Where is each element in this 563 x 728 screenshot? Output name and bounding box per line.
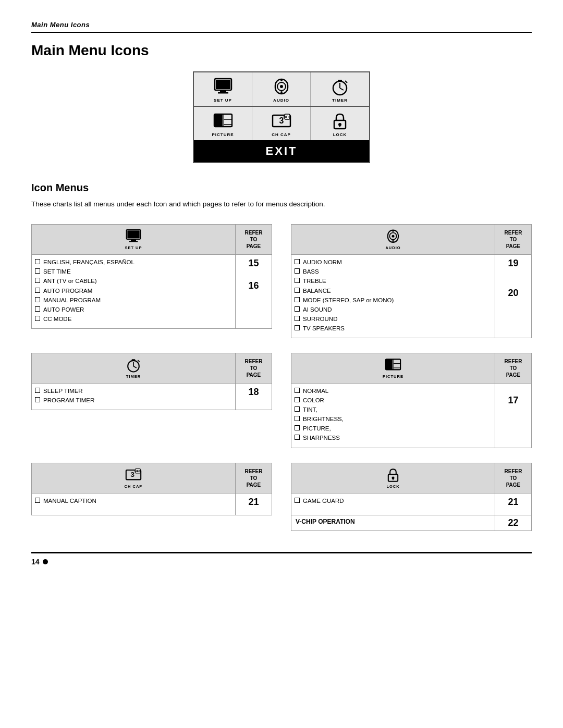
- setup-pages: 15 16: [235, 255, 272, 328]
- audio-header-label: AUDIO: [385, 245, 400, 250]
- checkbox: [295, 288, 300, 293]
- setup-items: ENGLISH, FRANÇAIS, ESPAÑOL SET TIME ANT …: [32, 255, 235, 328]
- vchip-label: V-CHIP OPERATION: [291, 515, 495, 530]
- bullet-dot: [43, 559, 48, 564]
- picture-header-row: PICTURE REFERTOPAGE: [291, 353, 531, 384]
- chcap-pages: 21: [235, 493, 272, 515]
- audio-header-icon: [384, 229, 402, 244]
- chcap-menu-table: 3 NEC CH CAP REFERTOPAGE MANUAL CAPTION: [31, 463, 272, 515]
- list-item: MANUAL CAPTION: [35, 497, 232, 505]
- svg-line-11: [340, 88, 344, 90]
- picture-items: NORMAL COLOR TINT, BRIGHTNESS, PICTURE, …: [291, 384, 495, 448]
- audio-pages: 19 20: [495, 255, 531, 338]
- page-entry: 19: [508, 258, 518, 269]
- lock-icon: [329, 112, 350, 131]
- page-container: Main Menu Icons Main Menu Icons SET UP: [0, 0, 563, 728]
- setup-refer-header: REFERTOPAGE: [235, 225, 272, 254]
- list-item: BASS: [295, 267, 492, 276]
- checkbox: [295, 259, 300, 264]
- audio-table: AUDIO REFERTOPAGE AUDIO NORM BASS TREBLE…: [291, 224, 532, 338]
- lock-icon-label: LOCK: [333, 132, 347, 137]
- list-item: PICTURE,: [295, 424, 492, 433]
- checkbox: [295, 435, 300, 440]
- picture-icon: [213, 112, 234, 131]
- top-rule: [31, 32, 532, 33]
- checkbox: [35, 316, 40, 321]
- page-entry: 21: [248, 497, 259, 508]
- checkbox: [35, 306, 40, 312]
- top-icons-row: SET UP AUDIO: [194, 72, 369, 107]
- picture-menu-table: PICTURE REFERTOPAGE NORMAL COLOR TINT, B…: [291, 353, 532, 448]
- svg-point-34: [392, 240, 394, 242]
- audio-refer-header: REFERTOPAGE: [495, 225, 531, 254]
- audio-menu-table: AUDIO REFERTOPAGE AUDIO NORM BASS TREBLE…: [291, 224, 532, 338]
- vchip-page: 22: [495, 515, 531, 530]
- timer-menu-table: TIMER REFERTOPAGE SLEEP TIMER PROGRAM TI…: [31, 353, 272, 410]
- audio-icon-label: AUDIO: [273, 98, 289, 103]
- checkbox: [295, 306, 300, 312]
- chcap-refer-header: REFERTOPAGE: [235, 463, 272, 493]
- checkbox: [295, 498, 300, 503]
- list-item: AUTO PROGRAM: [35, 287, 232, 295]
- bottom-page-number: 14: [31, 558, 40, 566]
- svg-rect-38: [132, 359, 136, 361]
- checkbox: [295, 316, 300, 321]
- breadcrumb: Main Menu Icons: [31, 21, 532, 29]
- page-entry: 18: [248, 387, 259, 398]
- lock-header-icon: [384, 467, 402, 483]
- picture-icon-label: PICTURE: [212, 132, 234, 137]
- lock-table: LOCK REFERTOPAGE GAME GUARD 21 V-CHIP: [291, 463, 532, 531]
- list-item: TREBLE: [295, 277, 492, 285]
- timer-header-label: TIMER: [126, 374, 141, 379]
- checkbox: [35, 268, 40, 274]
- clock-icon: [329, 78, 350, 96]
- checkbox: [35, 278, 40, 283]
- section-desc: These charts list all menus under each I…: [31, 199, 532, 209]
- list-item: TINT,: [295, 405, 492, 414]
- svg-point-6: [280, 85, 283, 88]
- picture-header-icon: [384, 357, 402, 373]
- checkbox: [35, 498, 40, 503]
- timer-icon-header: TIMER: [32, 353, 235, 383]
- setup-header-row: SET UP REFERTOPAGE: [32, 225, 272, 255]
- timer-pages: 18: [235, 384, 272, 410]
- page-entry: 15: [248, 258, 259, 269]
- chcap-header-icon: 3 NEC: [124, 467, 143, 483]
- lock-content: GAME GUARD 21: [291, 493, 531, 515]
- page-entry: 16: [248, 280, 259, 291]
- chcap-table: 3 NEC CH CAP REFERTOPAGE MANUAL CAPTION: [31, 463, 272, 531]
- page-entry: 21: [508, 497, 518, 508]
- lock-header-row: LOCK REFERTOPAGE: [291, 463, 531, 493]
- setup-content: ENGLISH, FRANÇAIS, ESPAÑOL SET TIME ANT …: [32, 255, 272, 328]
- list-item: NORMAL: [295, 387, 492, 395]
- chcap-items: MANUAL CAPTION: [32, 493, 235, 515]
- list-item: GAME GUARD: [295, 497, 492, 505]
- lock-pages: 21: [495, 493, 531, 515]
- setup-icon-cell: SET UP: [194, 72, 252, 106]
- setup-icon-header: SET UP: [32, 225, 235, 254]
- audio-header-row: AUDIO REFERTOPAGE: [291, 225, 531, 255]
- menu-icons-box: SET UP AUDIO: [193, 71, 370, 163]
- lock-items: GAME GUARD: [291, 493, 495, 515]
- chcap-icon-label: CH CAP: [272, 132, 291, 137]
- picture-header-label: PICTURE: [383, 374, 403, 379]
- checkbox: [35, 397, 40, 402]
- checkbox: [295, 388, 300, 393]
- setup-header-label: SET UP: [125, 245, 142, 250]
- timer-content: SLEEP TIMER PROGRAM TIMER 18: [32, 384, 272, 410]
- list-item: SHARPNESS: [295, 434, 492, 442]
- svg-point-32: [392, 235, 395, 238]
- audio-content: AUDIO NORM BASS TREBLE BALANCE MODE (STE…: [291, 255, 531, 338]
- checkbox: [295, 425, 300, 430]
- timer-icon-cell: TIMER: [311, 72, 369, 106]
- lock-header-label: LOCK: [386, 484, 399, 489]
- list-item: BALANCE: [295, 287, 492, 295]
- checkbox: [295, 268, 300, 274]
- svg-rect-28: [129, 241, 138, 242]
- setup-header-icon: [124, 229, 143, 244]
- audio-icon-header: AUDIO: [291, 225, 495, 254]
- lock-refer-header: REFERTOPAGE: [495, 463, 531, 493]
- timer-refer-header: REFERTOPAGE: [235, 353, 272, 383]
- picture-pages: 17: [495, 384, 531, 448]
- svg-rect-41: [386, 359, 393, 369]
